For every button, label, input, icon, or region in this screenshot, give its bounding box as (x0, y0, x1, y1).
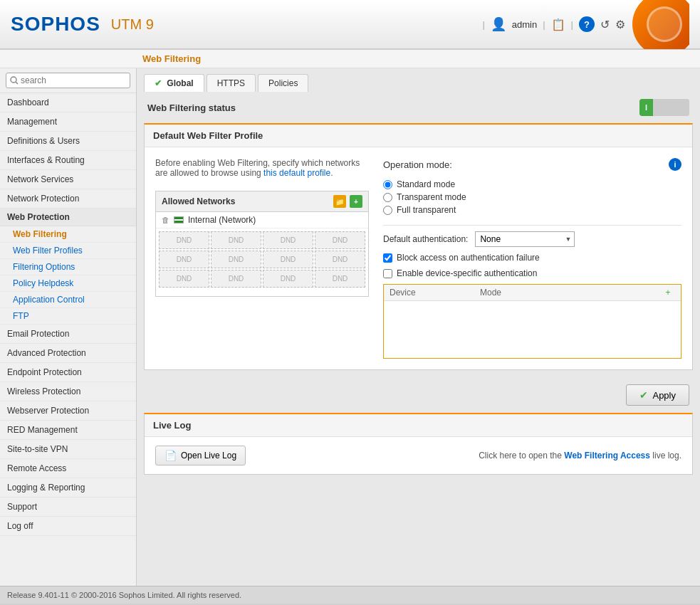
radio-transparent-input[interactable] (383, 193, 392, 202)
toggle-off (653, 99, 689, 116)
log-icon: 📄 (164, 450, 177, 461)
sidebar-item-wireless-protection[interactable]: Wireless Protection (0, 382, 136, 401)
device-table: Device Mode + (383, 284, 681, 359)
mode-col-header: Mode (480, 288, 661, 298)
networks-folder-icon[interactable]: 📁 (333, 195, 346, 208)
log-link-text[interactable]: Web Filtering Access (564, 451, 650, 461)
info-icon[interactable]: i (669, 158, 681, 171)
block-access-checkbox[interactable] (383, 253, 392, 263)
sidebar-item-management[interactable]: Management (0, 112, 136, 132)
radio-full-transparent-label: Full transparent (397, 205, 456, 215)
header-logo-circle (625, 0, 689, 49)
breadcrumb: Web Filtering (0, 50, 700, 68)
tab-global-icon: ✔ (155, 78, 162, 88)
sidebar-item-webserver-protection[interactable]: Webserver Protection (0, 401, 136, 421)
device-col-header: Device (390, 288, 480, 298)
radio-group: Standard mode Transparent mode Full tran… (383, 178, 681, 216)
refresh-icon[interactable]: ↺ (600, 18, 610, 31)
user-icon: 👤 (491, 16, 506, 32)
networks-list: 🗑 Internal (Network) DND DND DND DND DND (155, 211, 369, 297)
web-filtering-status-label: Web Filtering status (147, 102, 236, 113)
profile-card-body: Before enabling Web Filtering, specify w… (145, 147, 692, 369)
tab-global[interactable]: ✔ Global (144, 74, 204, 92)
apply-button[interactable]: ✔ Apply (626, 384, 689, 406)
block-access-row: Block access on authentication failure (383, 253, 681, 263)
sidebar-item-advanced-protection[interactable]: Advanced Protection (0, 344, 136, 363)
logo-sophos: SOPHOS (11, 13, 100, 36)
radio-full-transparent-input[interactable] (383, 206, 392, 215)
op-mode-box: Operation mode: i Standard mode Tran (383, 158, 681, 359)
footer: Release 9.401-11 © 2000-2016 Sophos Limi… (0, 586, 700, 604)
network-flag (174, 216, 184, 223)
dnd-cell: DND (211, 270, 261, 288)
layout: Dashboard Management Definitions & Users… (0, 68, 700, 586)
sidebar-item-email-protection[interactable]: Email Protection (0, 325, 136, 344)
tab-https[interactable]: HTTPS (207, 74, 256, 92)
sidebar-item-web-filter-profiles[interactable]: Web Filter Profiles (0, 243, 136, 259)
dnd-cell: DND (211, 231, 261, 249)
sidebar-section-web-protection: Web Protection (0, 209, 136, 226)
sidebar-item-filtering-options[interactable]: Filtering Options (0, 259, 136, 275)
settings-icon[interactable]: ⚙ (615, 18, 625, 31)
radio-standard-input[interactable] (383, 180, 392, 189)
networks-header: Allowed Networks 📁 + (155, 191, 369, 211)
sidebar-item-dashboard[interactable]: Dashboard (0, 93, 136, 112)
sidebar: Dashboard Management Definitions & Users… (0, 68, 137, 586)
notice-link[interactable]: this default profile (263, 168, 330, 178)
sidebar-item-network-protection[interactable]: Network Protection (0, 189, 136, 209)
header: SOPHOS UTM 9 | 👤 admin | 📋 | ? ↺ ⚙ (0, 0, 700, 50)
tab-policies-label: Policies (268, 78, 298, 88)
networks-add-icon[interactable]: + (350, 195, 362, 208)
op-mode-header: Operation mode: i (383, 158, 681, 171)
log-desc-text: Click here to open the (479, 451, 562, 461)
toggle-switch[interactable]: I (639, 99, 689, 116)
profile-card-header: Default Web Filter Profile (145, 125, 692, 147)
device-auth-checkbox[interactable] (383, 269, 392, 278)
auth-select[interactable]: None Active Directory LDAP RADIUS (475, 231, 575, 247)
search-box (0, 68, 136, 93)
sidebar-item-logging-reporting[interactable]: Logging & Reporting (0, 478, 136, 498)
open-live-log-button[interactable]: 📄 Open Live Log (155, 446, 246, 465)
search-input[interactable] (6, 73, 130, 88)
sidebar-item-log-off[interactable]: Log off (0, 517, 136, 536)
device-add-btn[interactable]: + (661, 288, 675, 298)
live-log-header: Live Log (145, 414, 692, 437)
dnd-grid: DND DND DND DND DND DND DND DND DND DND (156, 228, 368, 290)
auth-row: Default authentication: None Active Dire… (383, 225, 681, 247)
sidebar-item-endpoint-protection[interactable]: Endpoint Protection (0, 363, 136, 382)
tab-global-label: Global (167, 78, 193, 88)
sidebar-item-definitions-users[interactable]: Definitions & Users (0, 132, 136, 151)
dnd-cell: DND (159, 231, 209, 249)
dnd-cell: DND (315, 251, 365, 268)
radio-standard: Standard mode (383, 178, 681, 191)
separator: | (482, 19, 484, 30)
dnd-cell: DND (263, 270, 313, 288)
tab-https-label: HTTPS (217, 78, 245, 88)
sidebar-item-support[interactable]: Support (0, 498, 136, 517)
tab-policies[interactable]: Policies (258, 74, 308, 92)
radio-full-transparent: Full transparent (383, 204, 681, 216)
clipboard-icon[interactable]: 📋 (551, 18, 565, 31)
sidebar-item-red-management[interactable]: RED Management (0, 421, 136, 440)
sidebar-item-ftp[interactable]: FTP (0, 308, 136, 325)
help-icon[interactable]: ? (579, 16, 595, 32)
sidebar-item-interfaces-routing[interactable]: Interfaces & Routing (0, 151, 136, 170)
main-content: ✔ Global HTTPS Policies Web Filtering st… (137, 68, 700, 586)
sidebar-item-site-to-site-vpn[interactable]: Site-to-site VPN (0, 440, 136, 459)
sidebar-item-policy-helpdesk[interactable]: Policy Helpdesk (0, 275, 136, 292)
separator2: | (543, 19, 545, 30)
trash-icon[interactable]: 🗑 (162, 216, 169, 224)
dnd-cell: DND (263, 251, 313, 268)
apply-area: ✔ Apply (144, 377, 693, 413)
profile-card: Default Web Filter Profile Before enabli… (144, 123, 693, 370)
sidebar-item-web-filtering[interactable]: Web Filtering (0, 226, 136, 243)
tabs-bar: ✔ Global HTTPS Policies (137, 68, 700, 92)
sidebar-item-network-services[interactable]: Network Services (0, 170, 136, 189)
networks-box: Before enabling Web Filtering, specify w… (155, 158, 369, 359)
device-table-body (384, 301, 681, 358)
content-area: Web Filtering status I Default Web Filte… (137, 92, 700, 482)
sidebar-item-application-control[interactable]: Application Control (0, 292, 136, 308)
sidebar-item-remote-access[interactable]: Remote Access (0, 459, 136, 478)
dnd-cell: DND (159, 251, 209, 268)
op-mode-title: Operation mode: (383, 159, 452, 170)
